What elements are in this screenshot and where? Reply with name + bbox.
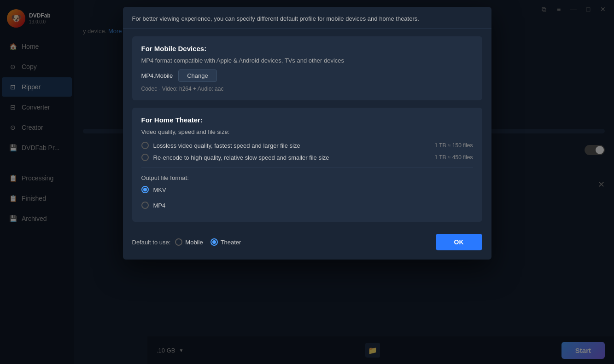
footer-mobile-label: Mobile xyxy=(185,239,203,246)
reencode-estimate: 1 TB ≈ 450 files xyxy=(434,154,473,161)
mobile-devices-section: For Mobile Devices: MP4 format compatibl… xyxy=(132,36,482,100)
radio-option-lossless: Lossless video quality, fastest speed an… xyxy=(141,142,473,149)
radio-mp4[interactable] xyxy=(141,202,149,209)
change-profile-button[interactable]: Change xyxy=(178,69,217,82)
radio-theater-default[interactable] xyxy=(211,238,218,246)
radio-mp4-label: MP4 xyxy=(153,202,166,209)
default-to-use-label: Default to use: xyxy=(132,239,171,246)
section-divider xyxy=(141,168,473,168)
modal-overlay: For better viewing experience, you can s… xyxy=(0,0,614,364)
format-option-mp4: MP4 xyxy=(141,202,473,209)
modal-footer: Default to use: Mobile Theater OK xyxy=(123,229,491,250)
theater-section-title: For Home Theater: xyxy=(141,116,473,124)
modal-top-message: For better viewing experience, you can s… xyxy=(123,7,491,29)
settings-modal: For better viewing experience, you can s… xyxy=(123,7,491,260)
radio-mkv-label: MKV xyxy=(153,186,166,193)
radio-mobile-default[interactable] xyxy=(175,238,182,246)
profile-row: MP4.Mobile Change xyxy=(141,69,473,82)
ok-button[interactable]: OK xyxy=(436,234,482,250)
codec-info: Codec - Video: h264 + Audio: aac xyxy=(141,86,473,92)
mobile-section-subtitle: MP4 format compatible with Apple & Andro… xyxy=(141,57,473,64)
format-options: MKV MP4 xyxy=(141,186,473,214)
default-to-use: Default to use: Mobile Theater xyxy=(132,238,241,246)
radio-lossless[interactable] xyxy=(141,142,149,149)
footer-theater-label: Theater xyxy=(221,239,241,246)
footer-radio-mobile[interactable]: Mobile xyxy=(175,238,203,246)
footer-radio-theater[interactable]: Theater xyxy=(211,238,241,246)
radio-mkv[interactable] xyxy=(141,186,149,193)
mobile-section-title: For Mobile Devices: xyxy=(141,45,473,52)
quality-label: Video quality, speed and file size: xyxy=(141,128,473,135)
radio-reencode-label: Re-encode to high quality, relative slow… xyxy=(153,154,329,161)
home-theater-section: For Home Theater: Video quality, speed a… xyxy=(132,108,482,222)
lossless-estimate: 1 TB ≈ 150 files xyxy=(434,142,473,149)
radio-reencode[interactable] xyxy=(141,154,149,161)
radio-option-reencode: Re-encode to high quality, relative slow… xyxy=(141,154,473,161)
format-option-mkv: MKV xyxy=(141,186,473,193)
footer-radio-group: Mobile Theater xyxy=(175,238,241,246)
output-format-label: Output file format: xyxy=(141,174,473,181)
profile-label: MP4.Mobile xyxy=(141,72,173,79)
radio-lossless-label: Lossless video quality, fastest speed an… xyxy=(153,142,300,149)
